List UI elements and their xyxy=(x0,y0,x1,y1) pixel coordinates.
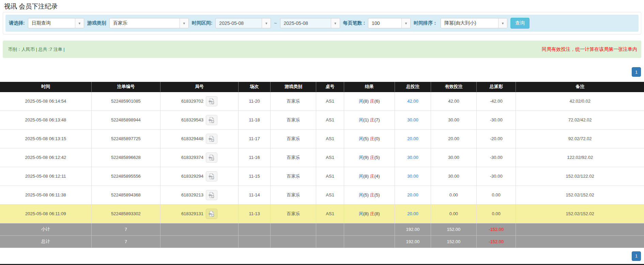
footer-bar xyxy=(0,264,644,265)
cell-result: 闲(5) 庄(5) xyxy=(344,186,395,204)
cell-round-id: 618329543 xyxy=(160,111,239,129)
result-banker-value: (5) xyxy=(374,155,380,160)
game-type-label: 游戏类别 xyxy=(87,20,106,26)
sort-order-value: 降冪(由大到小) xyxy=(441,20,498,26)
result-player-label: 闲 xyxy=(359,174,363,179)
result-player-value: (8) xyxy=(363,99,369,104)
video-replay-button[interactable] xyxy=(206,96,217,106)
cell-table-no: AS1 xyxy=(316,148,344,167)
result-player-label: 闲 xyxy=(359,211,363,216)
subtotal-row: 小计7192.00152.00-152.00 xyxy=(0,223,644,235)
result-banker-label: 庄 xyxy=(370,117,374,122)
game-type-value: 百家乐 xyxy=(110,20,180,26)
video-replay-button[interactable] xyxy=(206,152,217,163)
subtotal-row-cell-4 xyxy=(271,223,316,235)
total-bet-link[interactable]: 20.00 xyxy=(407,136,418,141)
chevron-down-icon[interactable]: ▾ xyxy=(75,18,84,28)
total-bet-link[interactable]: 30.00 xyxy=(407,155,418,160)
result-player-value: (5) xyxy=(363,136,369,141)
total-bet-link[interactable]: 20.00 xyxy=(407,192,418,197)
cell-game-type: 百家乐 xyxy=(271,129,316,148)
cell-bet-id: 522485901085 xyxy=(91,92,160,111)
page-size-value: 100 xyxy=(368,20,401,26)
query-type-select[interactable]: 日期查询 ▾ xyxy=(28,18,84,28)
video-clip-icon xyxy=(208,135,215,142)
video-clip-icon xyxy=(208,98,215,105)
cell-remark: 72.02/42.02 xyxy=(516,111,644,129)
chevron-down-icon[interactable]: ▾ xyxy=(180,18,188,28)
cell-remark: 122.02/92.02 xyxy=(516,148,644,167)
subtotal-row-cell-1: 7 xyxy=(91,223,160,235)
page-1-button[interactable]: 1 xyxy=(632,67,641,77)
search-button[interactable]: 查询 xyxy=(510,18,530,29)
cell-total-bet[interactable]: 20.00 xyxy=(395,204,431,223)
cell-total-bet[interactable]: 30.00 xyxy=(395,111,431,129)
cell-bet-id: 522485893302 xyxy=(91,204,160,223)
total-bet-link[interactable]: 42.00 xyxy=(407,99,418,104)
total-row-cell-10 xyxy=(516,235,644,248)
result-player-value: (8) xyxy=(363,174,369,179)
result-player-value: (9) xyxy=(363,155,369,160)
chevron-down-icon[interactable]: ▾ xyxy=(262,18,271,28)
cell-total-bet[interactable]: 20.00 xyxy=(395,186,431,204)
round-id-value: 618329213 xyxy=(181,192,203,197)
subtotal-row-cell-9: -152.00 xyxy=(477,223,516,235)
result-player-value: (5) xyxy=(363,192,369,197)
cell-game-type: 百家乐 xyxy=(271,148,316,167)
column-header-8: 有效投注 xyxy=(431,82,476,92)
sort-order-select[interactable]: 降冪(由大到小) ▾ xyxy=(441,18,507,28)
subtotal-row-cell-5 xyxy=(316,223,344,235)
result-player-label: 闲 xyxy=(359,99,363,104)
date-to-field[interactable]: 2025-05-08 ▾ xyxy=(280,18,340,28)
total-bet-link[interactable]: 20.00 xyxy=(407,211,418,216)
subtotal-row-cell-8: 152.00 xyxy=(431,223,476,235)
column-header-7: 总投注 xyxy=(395,82,431,92)
total-bet-link[interactable]: 30.00 xyxy=(407,117,418,122)
video-replay-button[interactable] xyxy=(206,171,217,181)
date-from-field[interactable]: 2025-05-08 ▾ xyxy=(215,18,271,28)
table-body: 2025-05-08 06:14:54522485901085618329702… xyxy=(0,92,644,248)
cell-time: 2025-05-08 06:12:11 xyxy=(0,167,91,186)
total-row-cell-5 xyxy=(316,235,344,248)
cell-result: 闲(5) 庄(0) xyxy=(344,129,395,148)
video-replay-button[interactable] xyxy=(206,115,217,125)
total-row-cell-4 xyxy=(271,235,316,248)
round-id-value: 618329131 xyxy=(181,211,203,216)
cell-session: 11-14 xyxy=(238,186,271,204)
chevron-down-icon[interactable]: ▾ xyxy=(401,18,410,28)
cell-total-bet[interactable]: 30.00 xyxy=(395,148,431,167)
cell-total-bet[interactable]: 42.00 xyxy=(395,92,431,111)
cell-payout: 0.00 xyxy=(477,186,516,204)
cell-remark: 92.02/72.02 xyxy=(516,129,644,148)
round-id-value: 618329702 xyxy=(181,99,203,104)
cell-table-no: AS1 xyxy=(316,204,344,223)
result-banker-label: 庄 xyxy=(370,192,374,197)
cell-remark: 152.02/152.02 xyxy=(516,186,644,204)
date-from-value: 2025-05-08 xyxy=(216,20,262,26)
cell-total-bet[interactable]: 20.00 xyxy=(395,129,431,148)
cell-valid-bet: 20.00 xyxy=(431,129,476,148)
round-id-value: 618329448 xyxy=(181,136,203,141)
cell-table-no: AS1 xyxy=(316,167,344,186)
video-replay-button[interactable] xyxy=(206,134,217,144)
page-size-select[interactable]: 100 ▾ xyxy=(368,18,411,28)
cell-bet-id: 522485898944 xyxy=(91,111,160,129)
cell-valid-bet: 42.00 xyxy=(431,92,476,111)
total-row-cell-6 xyxy=(344,235,395,248)
chevron-down-icon[interactable]: ▾ xyxy=(498,18,507,28)
cell-total-bet[interactable]: 30.00 xyxy=(395,167,431,186)
video-replay-button[interactable] xyxy=(206,190,217,200)
video-replay-button[interactable] xyxy=(206,209,217,219)
column-header-10: 备注 xyxy=(516,82,644,92)
result-banker-label: 庄 xyxy=(370,211,374,216)
round-cell-inner: 618329294 xyxy=(160,171,238,181)
page-1-button[interactable]: 1 xyxy=(632,251,641,261)
result-banker-label: 庄 xyxy=(370,155,374,160)
game-type-select[interactable]: 百家乐 ▾ xyxy=(109,18,189,28)
total-bet-link[interactable]: 30.00 xyxy=(407,174,418,179)
cell-result: 闲(9) 庄(5) xyxy=(344,148,395,167)
total-row-cell-7: 192.00 xyxy=(395,235,431,248)
round-cell-inner: 618329213 xyxy=(160,190,238,200)
chevron-down-icon[interactable]: ▾ xyxy=(331,18,340,28)
query-type-label: 请选择: xyxy=(9,20,25,26)
